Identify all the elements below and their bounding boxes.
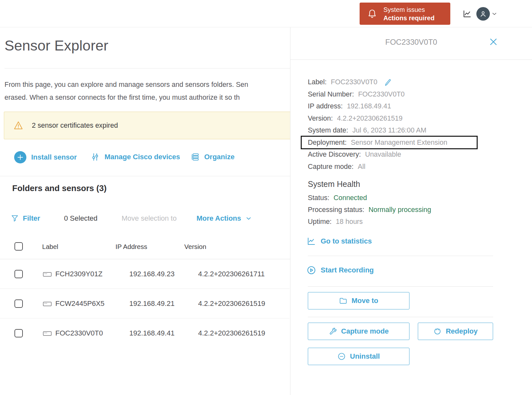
bell-icon (367, 8, 378, 19)
detail-key: Deployment: (308, 139, 347, 147)
row-checkbox[interactable] (14, 329, 23, 337)
table-toolbar: Filter 0 Selected Move selection to More… (0, 211, 289, 226)
wrench-icon (329, 327, 337, 335)
go-to-statistics-link[interactable]: Go to statistics (307, 236, 372, 246)
detail-row-deployment: Deployment: Sensor Management Extension (308, 137, 447, 149)
sensor-device-icon (43, 301, 52, 307)
move-to-label: Move to (352, 297, 378, 305)
detail-row-version: Version: 4.2.2+202306261519 (308, 113, 447, 125)
sensor-actions-row: Install sensor Manage Cisco devices Orga… (0, 150, 289, 166)
sensor-details-panel: FOC2330V0T0 Label: FOC2330V0T0 Serial Nu… (290, 27, 532, 395)
system-health-heading: System Health (308, 179, 360, 189)
user-avatar-icon[interactable] (476, 7, 490, 21)
sensor-device-icon (43, 331, 52, 336)
detail-value: All (358, 163, 365, 171)
system-issues-button[interactable]: System issues Actions required (360, 3, 450, 25)
close-icon[interactable] (489, 37, 498, 47)
chevron-down-icon (245, 215, 252, 222)
detail-key: Capture mode: (308, 163, 353, 171)
table-header-row: Label IP Address Version (0, 236, 289, 259)
detail-key: Active Discovery: (308, 151, 361, 159)
warning-text: 2 sensor certificates expired (32, 122, 118, 130)
detail-row-ip: IP address: 192.168.49.41 (308, 100, 447, 113)
warning-triangle-icon (13, 120, 23, 131)
table-row[interactable]: FOC2330V0T0 192.168.49.41 4.2.2+20230626… (0, 318, 289, 348)
detail-value: FOC2330V0T0 (331, 78, 378, 86)
detail-value: 192.168.49.41 (347, 102, 391, 110)
row-checkbox[interactable] (14, 299, 23, 308)
sensor-label: FOC2330V0T0 (55, 329, 103, 337)
row-checkbox[interactable] (14, 270, 23, 278)
go-to-statistics-label: Go to statistics (321, 237, 372, 245)
organize-button[interactable]: Organize (190, 152, 234, 161)
health-row-uptime: Uptime: 18 hours (308, 216, 431, 228)
panel-header-divider (290, 60, 532, 60)
sensor-ip: 192.168.49.23 (129, 270, 175, 278)
uninstall-label: Uninstall (350, 352, 380, 361)
sensor-ip: 192.168.49.41 (129, 329, 175, 337)
actions-required-label: Actions required (383, 14, 435, 22)
uptime-value: 18 hours (336, 218, 363, 226)
detail-value: FOC2330V0T0 (358, 90, 405, 98)
filter-button[interactable]: Filter (11, 211, 40, 226)
chevron-down-icon[interactable] (491, 11, 498, 17)
layers-stack-icon (190, 152, 199, 161)
sensor-version: 4.2.2+202306261519 (198, 329, 265, 337)
uninstall-button[interactable]: Uninstall (308, 348, 409, 365)
detail-value: 4.2.2+202306261519 (337, 115, 403, 123)
detail-value: Unavailable (365, 151, 401, 159)
status-value: Connected (334, 194, 367, 202)
description-line-1: From this page, you can explore and mana… (5, 78, 248, 91)
detail-value: Sensor Management Extension (351, 139, 447, 147)
sensor-version: 4.2.2+202306261519 (198, 299, 265, 308)
sensor-label: FCH2309Y01Z (55, 270, 103, 278)
panel-divider (308, 286, 493, 287)
folder-icon (339, 297, 347, 305)
start-recording-link[interactable]: Start Recording (307, 265, 374, 275)
play-circle-icon (307, 265, 316, 275)
top-header-bar: System issues Actions required (0, 0, 532, 27)
sensor-label: FCW2445P6X5 (55, 299, 105, 308)
select-all-checkbox[interactable] (14, 242, 23, 251)
page-description: From this page, you can explore and mana… (5, 78, 248, 104)
manage-cisco-devices-label: Manage Cisco devices (105, 153, 180, 161)
install-sensor-label: Install sensor (31, 153, 77, 161)
table-row[interactable]: FCW2445P6X5 192.168.49.21 4.2.2+20230626… (0, 289, 289, 318)
column-header-ip: IP Address (115, 243, 147, 251)
detail-row-active-discovery: Active Discovery: Unavailable (308, 149, 447, 161)
folders-sensors-heading: Folders and sensors (3) (12, 183, 106, 193)
move-to-button[interactable]: Move to (308, 292, 409, 309)
column-header-version: Version (184, 243, 206, 251)
capture-mode-button[interactable]: Capture mode (308, 323, 409, 340)
detail-row-system-date: System date: Jul 6, 2023 11:26:00 AM (308, 124, 447, 137)
system-issues-label: System issues (383, 5, 435, 14)
selected-count: 0 Selected (64, 211, 97, 226)
detail-row-label: Label: FOC2330V0T0 (308, 76, 447, 88)
detail-value: Jul 6, 2023 11:26:00 AM (352, 126, 426, 134)
edit-pencil-icon[interactable] (383, 78, 392, 87)
system-health-list: Status: Connected Processing status: Nor… (308, 192, 431, 228)
detail-row-capture-mode: Capture mode: All (308, 161, 447, 173)
detail-key: Version: (308, 115, 333, 123)
move-selection-to-button-disabled: Move selection to (122, 211, 177, 226)
more-actions-button[interactable]: More Actions (197, 211, 252, 226)
sensor-version: 4.2.2+202306261711 (198, 270, 265, 278)
install-sensor-button[interactable]: Install sensor (14, 151, 77, 163)
detail-key: Label: (308, 78, 327, 86)
start-recording-label: Start Recording (321, 266, 374, 274)
line-chart-icon[interactable] (462, 9, 472, 19)
panel-divider (308, 317, 493, 317)
table-row[interactable]: FCH2309Y01Z 192.168.49.23 4.2.2+20230626… (0, 259, 289, 289)
manage-cisco-devices-button[interactable]: Manage Cisco devices (91, 152, 180, 161)
sensor-ip: 192.168.49.21 (129, 299, 175, 308)
redeploy-label: Redeploy (446, 327, 478, 335)
filter-label: Filter (23, 214, 40, 223)
plus-circle-icon (14, 151, 26, 163)
column-header-label: Label (42, 243, 58, 251)
capture-mode-label: Capture mode (341, 327, 389, 335)
redeploy-button[interactable]: Redeploy (418, 323, 493, 340)
health-key: Uptime: (308, 218, 332, 226)
more-actions-label: More Actions (197, 214, 241, 223)
panel-divider (308, 256, 493, 256)
health-key: Status: (308, 194, 329, 202)
